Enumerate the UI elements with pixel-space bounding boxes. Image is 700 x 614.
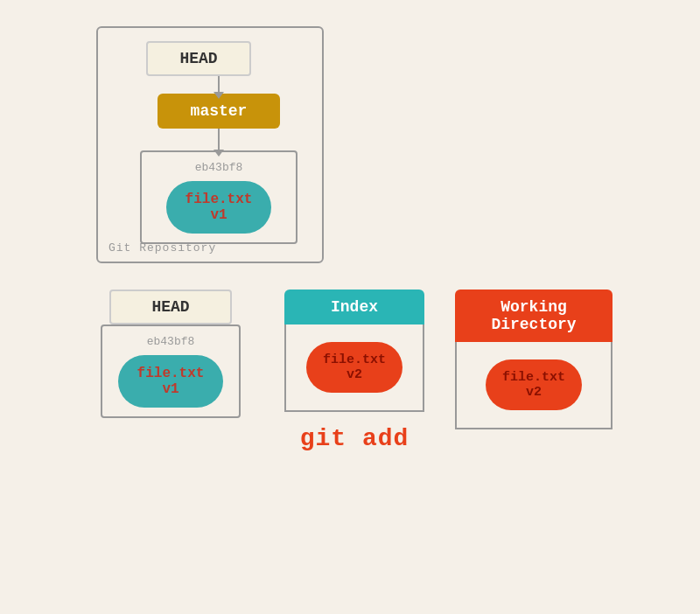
commit-box-bottom: eb43bf8 file.txtv1 [101, 324, 241, 418]
master-box: master [158, 94, 280, 129]
working-directory-column: WorkingDirectory file.txtv2 [442, 290, 626, 429]
wd-body: file.txtv2 [455, 342, 612, 429]
file-blob-bottom-head: file.txtv1 [118, 355, 223, 408]
head-column: HEAD eb43bf8 file.txtv1 [74, 290, 267, 418]
top-section: HEAD master eb43bf8 file.txtv1 Git Repos… [70, 17, 682, 263]
master-label: master [191, 102, 248, 120]
git-repo-label: Git Repository [108, 241, 216, 255]
head-box-bottom: HEAD [109, 290, 232, 324]
head-label-bottom: HEAD [151, 298, 189, 316]
head-box-top: HEAD [146, 41, 251, 76]
index-column: Index file.txtv2 git add [267, 290, 442, 452]
commit-box-top: eb43bf8 file.txtv1 [140, 150, 298, 244]
file-blob-wd: file.txtv2 [486, 359, 582, 410]
main-container: HEAD master eb43bf8 file.txtv1 Git Repos… [0, 0, 700, 614]
master-to-commit-arrow [218, 129, 220, 150]
head-to-master-arrow [218, 76, 220, 94]
index-header: Index [284, 290, 424, 324]
file-blob-index: file.txtv2 [306, 342, 402, 393]
wd-header: WorkingDirectory [455, 290, 612, 342]
head-label-top: HEAD [179, 50, 217, 67]
index-label: Index [331, 298, 378, 316]
git-repo-box: HEAD master eb43bf8 file.txtv1 Git Repos… [96, 26, 324, 263]
index-body: file.txtv2 [284, 324, 424, 412]
commit-hash-bottom: eb43bf8 [111, 335, 230, 348]
file-blob-top: file.txtv1 [166, 181, 271, 234]
head-master-arrow-group: HEAD master eb43bf8 file.txtv1 [129, 41, 309, 244]
git-add-label: git add [300, 425, 410, 452]
bottom-section: HEAD eb43bf8 file.txtv1 Index file.txtv2 [18, 290, 682, 452]
index-git-add-area: Index file.txtv2 git add [284, 290, 424, 452]
commit-hash-top: eb43bf8 [150, 161, 287, 174]
